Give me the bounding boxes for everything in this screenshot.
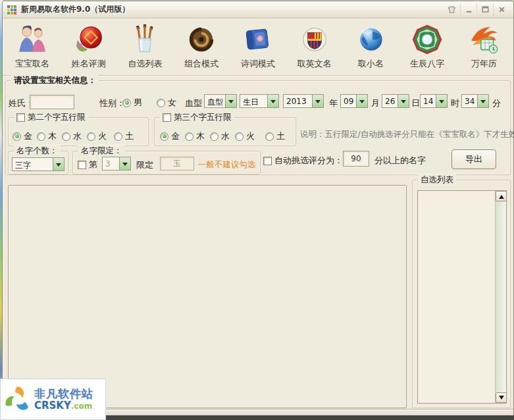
minimize-button[interactable] [460,3,476,16]
export-button[interactable]: 导出 [451,149,496,169]
birth-month-value: 09 [341,95,356,107]
wuxing3-fire-label: 火 [246,130,255,142]
gender-male-radio[interactable]: 男 [122,97,142,109]
wuxing3-metal-radio[interactable]: 金 [160,130,180,142]
birth-minute-combo[interactable]: 34 [461,94,489,108]
radio-icon [157,99,165,107]
toolbar-item-english-name[interactable]: 取英文名 [286,22,343,75]
phoenix-calendar-icon [467,23,500,56]
second-char-wuxing-groupbox: 第二个字五行限 金 木 水 火 土 [8,117,149,146]
toolbar-item-name-test[interactable]: 姓名评测 [61,22,117,75]
year-unit-label: 年 [329,97,338,109]
close-icon [497,5,507,14]
wuxing3-water-radio[interactable]: 水 [210,130,230,142]
results-list-panel[interactable] [8,185,407,408]
wuxing3-fire-radio[interactable]: 火 [235,130,255,142]
dragon-icon [185,23,218,56]
english-crest-icon [298,23,331,56]
triangle-down-icon [499,396,504,402]
watermark-domain: CRSKY.com [34,400,93,411]
birth-minute-value: 34 [462,95,477,107]
surname-input[interactable] [30,95,74,109]
toolbar-item-poetry-mode[interactable]: 诗词模式 [230,22,286,75]
wuxing2-wood-radio[interactable]: 木 [37,130,57,142]
chevron-down-icon [436,95,447,107]
third-char-wuxing-checkbox[interactable] [163,113,171,122]
birth-year-combo[interactable]: 2013 [283,94,324,108]
bagua-icon [411,23,444,56]
toolbar-label: 自选列表 [128,58,162,70]
export-button-label: 导出 [465,153,482,165]
gender-female-radio[interactable]: 女 [157,97,176,109]
name-limit-checkbox-row[interactable]: 第 [78,159,97,171]
birth-year-value: 2013 [284,95,312,107]
maximize-icon [480,5,490,14]
toolbar-item-combo-mode[interactable]: 组合模式 [173,22,230,75]
triangle-up-icon [499,192,504,199]
auto-pick-checkbox-row[interactable]: 自动挑选评分为： [263,155,343,167]
birth-day-combo[interactable]: 26 [382,94,409,108]
chevron-down-icon [398,95,409,107]
wuxing3-earth-radio[interactable]: 土 [265,130,285,142]
name-count-value: 三字 [13,158,53,171]
title-bar[interactable]: 新周易取名软件9.0（试用版） [3,1,513,18]
birth-month-combo[interactable]: 09 [340,94,368,108]
wuxing2-earth-label: 土 [125,130,134,142]
watermark-site-name: 非凡软件站 [34,388,93,400]
wuxing3-metal-label: 金 [171,130,180,142]
toolbar-label: 取英文名 [297,58,332,70]
third-char-wuxing-groupbox: 第三个字五行限 金 木 水 火 土 [154,117,296,146]
wuxing2-wood-label: 木 [48,130,57,142]
radio-icon [265,132,274,141]
limit-mid-label: 限定 [136,159,153,171]
minimize-icon [464,5,474,14]
name-limit-checkbox [78,161,86,169]
maximize-button[interactable] [476,3,493,16]
toolbar-item-bazi[interactable]: 生辰八字 [399,22,455,75]
wuxing2-fire-radio[interactable]: 火 [87,130,107,142]
auto-pick-suffix: 分以上的名字 [374,155,426,167]
close-button[interactable] [493,3,509,16]
gender-label: 性别： [99,97,125,109]
baby-couple-icon [16,23,49,56]
toolbar-label: 诗词模式 [241,58,275,70]
skin-button[interactable] [444,3,460,16]
chevron-down-icon [225,95,236,107]
birth-hour-combo[interactable]: 14 [420,94,448,108]
toolbar-item-nickname[interactable]: 取小名 [343,22,399,75]
wuxing2-water-label: 水 [73,130,82,142]
blood-type-combo[interactable]: 血型 [204,94,237,108]
second-char-wuxing-checkbox[interactable] [16,113,25,122]
toolbar-item-baby-naming[interactable]: 宝宝取名 [4,22,61,75]
birthday-type-value: 生日 [240,95,267,107]
toolbar-label: 取小名 [358,58,384,70]
name-count-legend: 名字个数： [14,145,61,157]
app-grid-icon [7,5,17,15]
birthday-type-combo[interactable]: 生日 [240,94,279,108]
third-char-wuxing-label: 第三个字五行限 [174,112,232,123]
toolbar-item-calendar[interactable]: 万年历 [455,22,512,75]
scroll-up-button[interactable] [496,191,507,201]
name-count-combo[interactable]: 三字 [12,157,64,171]
vertical-scrollbar[interactable] [495,191,506,403]
main-window: 新周易取名软件9.0（试用版） [2,1,514,415]
radio-icon [235,132,244,141]
score-input[interactable] [343,151,369,167]
limit-char-input[interactable] [160,157,194,171]
wuxing3-wood-radio[interactable]: 木 [185,130,205,142]
gender-male-label: 男 [134,97,142,109]
radio-icon [87,132,95,141]
birth-hour-value: 14 [421,95,436,107]
wuxing2-water-radio[interactable]: 水 [62,130,82,142]
scroll-down-button[interactable] [496,392,507,403]
selected-list-listbox[interactable] [417,190,507,404]
limit-position-value: 3 [103,157,119,170]
crsky-swirl-logo-icon [3,384,33,415]
wuxing3-water-label: 水 [221,130,230,142]
crsky-watermark: 非凡软件站 CRSKY.com [0,379,106,420]
wuxing2-metal-radio[interactable]: 金 [13,130,32,142]
limit-position-combo[interactable]: 3 [102,157,131,171]
toolbar-item-selected-list[interactable]: 自选列表 [117,22,174,75]
wuxing2-fire-label: 火 [98,130,107,142]
wuxing2-earth-radio[interactable]: 土 [114,130,134,142]
